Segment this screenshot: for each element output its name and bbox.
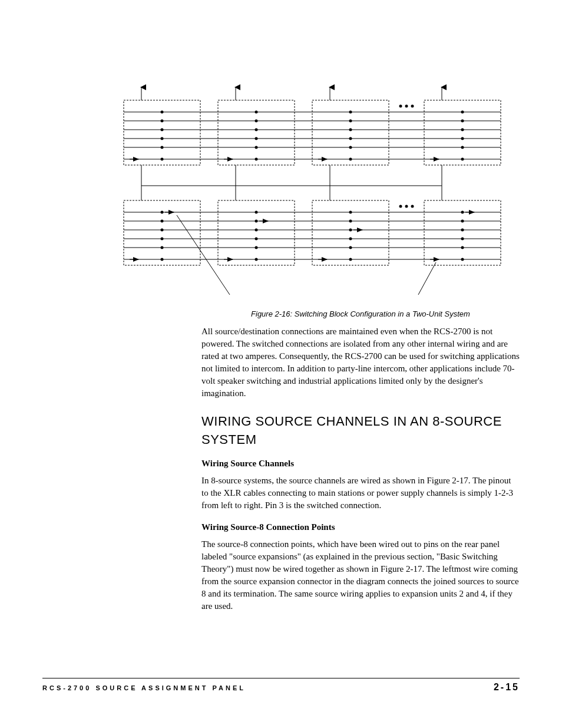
svg-line-92 [418,262,436,295]
paragraph-intro: All source/destination connections are m… [201,325,520,400]
svg-rect-46 [218,200,295,265]
svg-point-70 [349,238,352,241]
svg-point-28 [461,111,464,114]
svg-point-65 [255,246,258,249]
svg-point-66 [255,258,258,261]
svg-rect-2 [312,100,389,165]
svg-point-22 [349,111,352,114]
svg-point-32 [461,146,464,149]
svg-point-25 [349,137,352,140]
switching-block-diagram [106,83,518,301]
svg-point-78 [461,258,464,261]
svg-rect-3 [424,100,501,165]
svg-point-20 [255,146,258,149]
svg-point-81 [411,205,414,208]
svg-point-30 [461,129,464,131]
content-column: Figure 2-16: Switching Block Configurati… [201,309,520,612]
svg-point-62 [255,220,258,223]
svg-point-35 [405,105,408,108]
svg-point-19 [255,137,258,140]
svg-rect-47 [312,200,389,265]
svg-point-24 [349,129,352,131]
svg-point-61 [255,211,258,214]
svg-point-64 [255,238,258,241]
page: Figure 2-16: Switching Block Configurati… [0,0,562,728]
svg-point-55 [161,211,164,214]
svg-point-21 [255,158,258,161]
svg-point-58 [161,238,164,241]
svg-point-75 [461,229,464,232]
svg-point-17 [255,120,258,123]
svg-point-16 [255,111,258,114]
svg-point-14 [161,146,164,149]
svg-point-12 [161,129,164,131]
svg-point-11 [161,120,164,123]
svg-point-60 [161,258,164,261]
svg-point-23 [349,120,352,123]
svg-point-26 [349,146,352,149]
svg-point-72 [349,258,352,261]
footer-title: RCS-2700 SOURCE ASSIGNMENT PANEL [42,684,246,691]
svg-point-57 [161,229,164,232]
svg-point-63 [255,229,258,232]
paragraph-wiring-source-channels: In 8-source systems, the source channels… [201,475,520,512]
svg-point-79 [399,205,402,208]
figure-caption: Figure 2-16: Switching Block Configurati… [201,309,520,319]
svg-point-71 [349,246,352,249]
svg-point-34 [399,105,402,108]
svg-point-27 [349,158,352,161]
svg-rect-0 [124,100,200,165]
heading-wiring-source8: Wiring Source-8 Connection Points [201,521,520,533]
svg-point-67 [349,211,352,214]
paragraph-wiring-source8: The source-8 connection points, which ha… [201,538,520,612]
svg-point-36 [411,105,414,108]
svg-point-77 [461,246,464,249]
svg-line-91 [177,215,230,295]
svg-rect-1 [218,100,295,165]
svg-point-74 [461,220,464,223]
svg-point-80 [405,205,408,208]
svg-point-31 [461,137,464,140]
svg-point-68 [349,220,352,223]
svg-point-59 [161,246,164,249]
svg-point-13 [161,137,164,140]
svg-rect-48 [424,200,501,265]
svg-point-56 [161,220,164,223]
svg-point-76 [461,238,464,241]
heading-wiring-source-channels: Wiring Source Channels [201,457,520,470]
svg-point-15 [161,158,164,161]
svg-point-10 [161,111,164,114]
svg-point-29 [461,120,464,123]
heading-wiring-source-channels-system: WIRING SOURCE CHANNELS IN AN 8-SOURCE SY… [201,413,520,449]
figure-diagram [106,83,520,301]
svg-point-33 [461,158,464,161]
footer-page-number: 2-15 [494,682,520,693]
svg-point-69 [349,229,352,232]
svg-point-73 [461,211,464,214]
svg-point-18 [255,129,258,131]
page-footer: RCS-2700 SOURCE ASSIGNMENT PANEL 2-15 [42,678,520,693]
